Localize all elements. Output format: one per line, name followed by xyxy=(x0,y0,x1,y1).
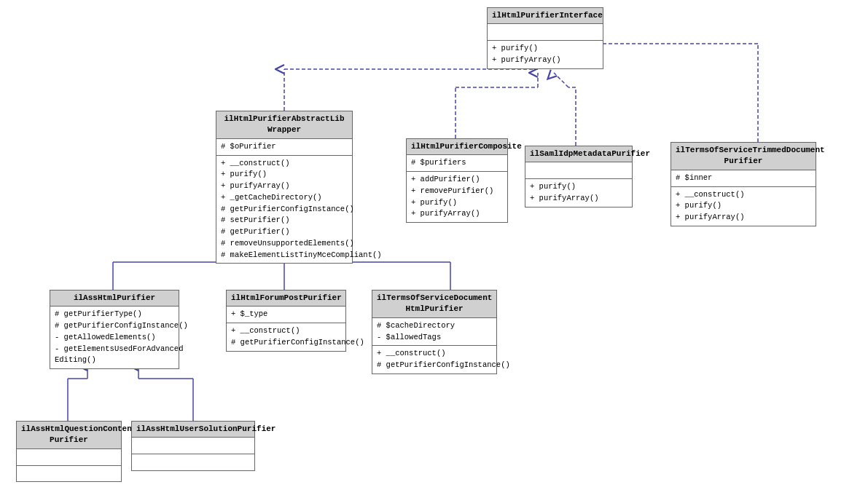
questioncontent-title: ilAssHtmlQuestionContentPurifier xyxy=(17,422,121,449)
termsservice-section1: # $cacheDirectory - $allowedTags xyxy=(372,318,496,347)
interface-box: ilHtmlPurifierInterface + purify() + pur… xyxy=(487,7,603,69)
composite-box: ilHtmlPurifierComposite # $purifiers + a… xyxy=(406,138,508,223)
abstractlib-section2: + __construct() + purify() + purifyArray… xyxy=(216,156,352,264)
saml-title: ilSamlIdpMetadataPurifier xyxy=(525,146,632,162)
termsservice-section2: + __construct() # getPurifierConfigInsta… xyxy=(372,346,496,374)
usersolution-box: ilAssHtmlUserSolutionPurifier xyxy=(131,421,255,471)
terms-trimmed-section1: # $inner xyxy=(671,170,816,187)
asshtmlpurifier-title: ilAssHtmlPurifier xyxy=(50,290,179,307)
svg-line-8 xyxy=(554,73,568,87)
termsservice-title: ilTermsOfServiceDocumentHtmlPurifier xyxy=(372,290,496,318)
composite-section2: + addPurifier() + removePurifier() + pur… xyxy=(407,172,507,222)
terms-trimmed-box: ilTermsOfServiceTrimmedDocumentPurifier … xyxy=(670,142,816,226)
saml-box: ilSamlIdpMetadataPurifier + purify() + p… xyxy=(525,146,633,208)
usersolution-title: ilAssHtmlUserSolutionPurifier xyxy=(132,422,254,438)
termsservice-box: ilTermsOfServiceDocumentHtmlPurifier # $… xyxy=(372,290,497,374)
arrows-svg xyxy=(0,0,868,498)
interface-section2: + purify() + purifyArray() xyxy=(488,41,603,68)
terms-trimmed-title: ilTermsOfServiceTrimmedDocumentPurifier xyxy=(671,143,816,170)
asshtmlpurifier-box: ilAssHtmlPurifier # getPurifierType() # … xyxy=(50,290,179,369)
forumpost-section1: + $_type xyxy=(227,307,345,323)
usersolution-section1 xyxy=(132,438,254,454)
questioncontent-section1 xyxy=(17,449,121,466)
composite-title: ilHtmlPurifierComposite xyxy=(407,139,507,155)
asshtmlpurifier-section1: # getPurifierType() # getPurifierConfigI… xyxy=(50,307,179,368)
interface-section1 xyxy=(488,24,603,41)
usersolution-section2 xyxy=(132,454,254,470)
forumpost-box: ilHtmlForumPostPurifier + $_type + __con… xyxy=(226,290,346,352)
composite-section1: # $purifiers xyxy=(407,155,507,172)
uml-diagram: ilHtmlPurifierInterface + purify() + pur… xyxy=(0,0,868,498)
interface-title: ilHtmlPurifierInterface xyxy=(488,8,603,24)
terms-trimmed-section2: + __construct() + purify() + purifyArray… xyxy=(671,187,816,226)
abstractlib-box: ilHtmlPurifierAbstractLibWrapper # $oPur… xyxy=(216,111,353,264)
abstractlib-title: ilHtmlPurifierAbstractLibWrapper xyxy=(216,111,352,139)
questioncontent-section2 xyxy=(17,466,121,482)
saml-section2: + purify() + purifyArray() xyxy=(525,179,632,207)
abstractlib-section1: # $oPurifier xyxy=(216,139,352,156)
saml-section1 xyxy=(525,162,632,179)
questioncontent-box: ilAssHtmlQuestionContentPurifier xyxy=(16,421,122,482)
forumpost-section2: + __construct() # getPurifierConfigInsta… xyxy=(227,323,345,351)
forumpost-title: ilHtmlForumPostPurifier xyxy=(227,290,345,307)
